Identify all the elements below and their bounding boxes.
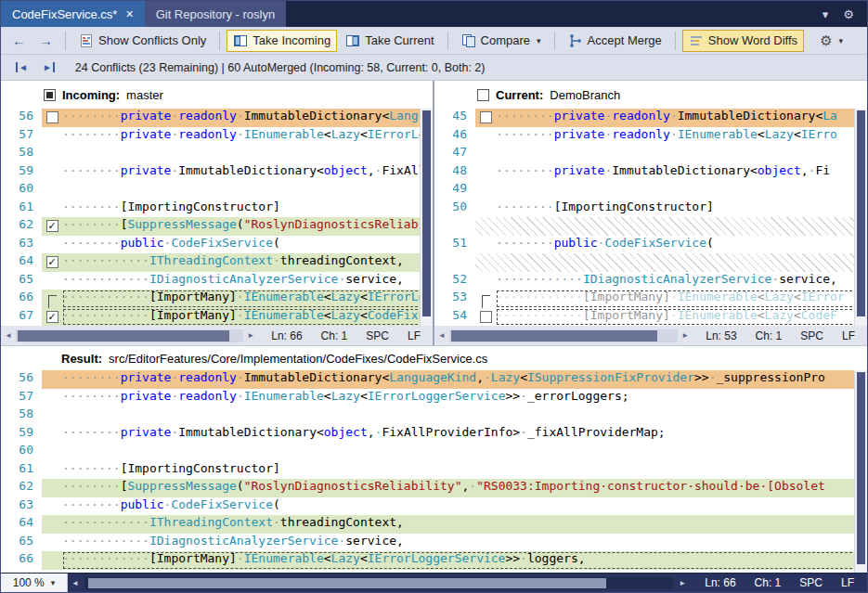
tab-codefixservice[interactable]: CodeFixService.cs* × [1, 1, 145, 27]
code-line[interactable]: 62✓········[SuppressMessage("RoslynDiagn… [1, 217, 433, 236]
incoming-pane: Incoming: master 56········private·reado… [1, 81, 434, 326]
code-line[interactable] [434, 217, 867, 236]
code-line[interactable]: 49 [434, 181, 867, 200]
current-horizontal-scrollbar[interactable] [449, 329, 678, 342]
code-line[interactable]: 51········public·CodeFixService( [434, 236, 867, 254]
conflict-checkbox[interactable] [475, 308, 496, 327]
code-token: · [469, 479, 476, 493]
code-line[interactable]: 61········[ImportingConstructor] [1, 200, 433, 218]
incoming-editor[interactable]: 56········private·readonly·ImmutableDict… [1, 109, 433, 326]
checkbox-icon[interactable] [480, 111, 492, 123]
code-line[interactable]: 58 [1, 406, 867, 425]
code-line[interactable]: 64✓············IThreadingContext·threadi… [1, 253, 433, 272]
result-horizontal-scrollbar[interactable] [84, 577, 673, 589]
line-content [475, 217, 867, 236]
show-word-diffs-button[interactable]: Show Word Diffs [682, 30, 804, 52]
checkbox-icon[interactable] [46, 111, 58, 123]
code-token: ········ [62, 127, 121, 141]
forward-button[interactable]: → [33, 32, 58, 48]
code-line[interactable]: 57········private·readonly·IEnumerable<L… [1, 389, 867, 407]
close-icon[interactable]: × [125, 7, 133, 20]
conflict-checkbox[interactable] [475, 109, 496, 127]
code-line[interactable]: 56········private·readonly·ImmutableDict… [1, 109, 433, 127]
scroll-right-arrow[interactable]: ► [678, 331, 693, 340]
bar-icon [16, 62, 18, 72]
scrollbar-thumb[interactable] [451, 330, 657, 342]
code-line[interactable]: 63········public·CodeFixService( [1, 497, 867, 516]
code-line[interactable]: 60 [1, 443, 867, 461]
back-button[interactable]: ← [6, 32, 32, 48]
scroll-left-arrow[interactable]: ◄ [68, 579, 83, 587]
code-token: ········ [496, 236, 554, 250]
conflict-checkbox[interactable] [42, 109, 62, 127]
code-line[interactable]: 45········private·readonly·ImmutableDict… [434, 109, 867, 127]
scroll-left-arrow[interactable]: ◄ [1, 331, 16, 340]
scroll-right-arrow[interactable]: ► [243, 331, 258, 340]
conflict-checkbox[interactable]: ✓ [42, 253, 62, 272]
incoming-select-all-checkbox[interactable] [44, 89, 56, 101]
take-current-button[interactable]: Take Current [339, 30, 440, 52]
scrollbar-thumb[interactable] [18, 330, 229, 342]
take-current-icon [345, 33, 360, 48]
code-line[interactable]: 65············IDiagnosticAnalyzerService… [1, 534, 867, 552]
take-incoming-button[interactable]: Take Incoming [227, 30, 337, 52]
code-line[interactable]: 53············[ImportMany]·IEnumerable<L… [434, 290, 867, 308]
conflict-checkbox[interactable]: ✓ [42, 308, 62, 327]
checkbox-icon[interactable]: ✓ [46, 311, 58, 323]
checkbox-icon[interactable] [480, 311, 492, 323]
code-line[interactable]: 48········private·ImmutableDictionary<ob… [434, 163, 867, 182]
checkbox-icon[interactable]: ✓ [46, 220, 58, 232]
code-line[interactable]: 62········[SuppressMessage("RoslynDiagno… [1, 479, 867, 497]
code-line[interactable]: 60 [1, 181, 433, 200]
code-text: ········private·readonly·ImmutableDictio… [496, 109, 867, 127]
vertical-scrollbar[interactable] [854, 370, 867, 573]
code-line[interactable]: 61········[ImportingConstructor] [1, 461, 867, 480]
scroll-right-arrow[interactable]: ► [675, 579, 690, 587]
scrollbar-thumb[interactable] [857, 110, 865, 316]
code-line[interactable]: 66············[ImportMany]·IEnumerable<L… [1, 290, 433, 308]
tab-git-repository[interactable]: Git Repository - roslyn [145, 1, 287, 27]
code-line[interactable]: 67✓············[ImportMany]·IEnumerable<… [1, 308, 433, 327]
code-line[interactable]: 58 [1, 145, 433, 163]
code-line[interactable]: 66············[ImportMany]·IEnumerable<L… [1, 551, 867, 570]
scrollbar-thumb[interactable] [422, 110, 431, 316]
vertical-scrollbar[interactable] [420, 109, 433, 326]
current-select-all-checkbox[interactable] [477, 89, 489, 101]
zoom-control[interactable]: 100 % ▾ [1, 574, 68, 592]
settings-button[interactable]: ⚙ ▾ [813, 29, 849, 53]
code-line[interactable] [434, 253, 867, 272]
code-line[interactable]: 63········public·CodeFixService( [1, 236, 433, 254]
previous-conflict-button[interactable]: ◄ [10, 62, 33, 72]
show-conflicts-only-button[interactable]: Show Conflicts Only [72, 30, 213, 52]
checkbox-icon[interactable]: ✓ [46, 256, 58, 268]
code-line[interactable]: 50········[ImportingConstructor] [434, 200, 867, 218]
code-line[interactable]: 57········private·readonly·IEnumerable<L… [1, 127, 433, 146]
incoming-horizontal-scrollbar[interactable] [16, 329, 243, 342]
code-line[interactable]: 65············IDiagnosticAnalyzerService… [1, 272, 433, 290]
result-editor[interactable]: 56········private·readonly·ImmutableDict… [1, 370, 867, 573]
code-line[interactable]: 64············IThreadingContext·threadin… [1, 515, 867, 534]
conflict-checkbox[interactable]: ✓ [42, 217, 62, 236]
vertical-scrollbar[interactable] [854, 109, 867, 326]
accept-merge-button[interactable]: Accept Merge [562, 30, 668, 52]
scroll-left-arrow[interactable]: ◄ [434, 331, 449, 340]
gear-icon[interactable]: ⚙ [843, 7, 854, 21]
current-editor[interactable]: 45········private·readonly·ImmutableDict… [434, 109, 867, 326]
code-line[interactable]: 59········private·ImmutableDictionary<ob… [1, 163, 433, 182]
code-token: < [794, 127, 801, 141]
code-line[interactable]: 52············IDiagnosticAnalyzerService… [434, 272, 867, 290]
code-line[interactable]: 54············[ImportMany]·IEnumerable<L… [434, 308, 867, 327]
code-token: IThreadingContext [149, 515, 273, 529]
code-line[interactable]: 56········private·readonly·ImmutableDict… [1, 370, 867, 389]
compare-button[interactable]: Compare ▾ [455, 30, 548, 52]
scrollbar-thumb[interactable] [88, 578, 606, 588]
code-line[interactable]: 46········private·readonly·IEnumerable<L… [434, 127, 867, 146]
code-token: ( [237, 217, 244, 231]
code-token: [ImportMany] [149, 308, 237, 322]
code-line[interactable]: 47 [434, 145, 867, 163]
next-conflict-button[interactable]: ► [37, 62, 60, 72]
scrollbar-thumb[interactable] [857, 372, 865, 564]
code-line[interactable]: 59········private·ImmutableDictionary<ob… [1, 425, 867, 444]
chevron-down-icon[interactable]: ▾ [823, 7, 829, 21]
code-text: ········private·readonly·IEnumerable<Laz… [496, 127, 867, 146]
